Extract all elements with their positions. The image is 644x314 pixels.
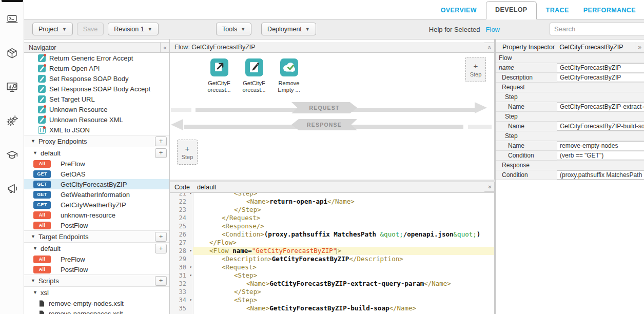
code-line-content[interactable]: <Name>GetCityForecastByZIP-build-soap</N… xyxy=(193,304,494,312)
code-line-content[interactable]: <Flow name="GetCityForecastByZIP"> xyxy=(193,247,494,255)
tools-menu-button[interactable]: Tools▼ xyxy=(216,23,251,35)
line-number[interactable]: 33 xyxy=(170,288,193,296)
fold-arrow-icon[interactable]: ▾ xyxy=(189,263,192,271)
nav-flow-getweatherinformation[interactable]: GETGetWeatherInformation xyxy=(24,189,169,200)
tab-trace[interactable]: TRACE xyxy=(539,2,576,19)
nav-flow-preflow[interactable]: AllPreFlow xyxy=(24,159,169,169)
nav-group-xsl[interactable]: ▼xsl xyxy=(24,287,169,298)
collapse-navigator-icon[interactable]: « xyxy=(160,43,169,52)
nav-flow-postflow[interactable]: AllPostFlow xyxy=(24,220,169,230)
nav-flow-getoas[interactable]: GETGetOAS xyxy=(24,169,169,179)
nav-group-default[interactable]: ▼default+ xyxy=(24,243,169,254)
line-number[interactable]: 21▾ xyxy=(170,193,193,198)
code-line-content[interactable]: </Step> xyxy=(193,288,494,296)
flow-step-remove-empty[interactable]: RemoveEmpty ... xyxy=(275,58,303,93)
code-line-content[interactable]: <Condition>(proxy.pathsuffix MatchesPath… xyxy=(193,230,494,239)
add-default-button[interactable]: + xyxy=(155,244,167,253)
nav-policy-xml-to-json[interactable]: ( )XML to JSON xyxy=(24,125,169,135)
nav-policy-return-open-api[interactable]: Return Open API xyxy=(24,63,169,73)
code-line-content[interactable]: </Flow> xyxy=(193,239,494,247)
line-number[interactable]: 28▾ xyxy=(170,247,193,255)
line-number[interactable]: 34▾ xyxy=(170,296,193,304)
property-value-field[interactable]: (verb == "GET") xyxy=(557,151,644,160)
save-button[interactable]: Save xyxy=(77,23,104,35)
nav-policy-unknown-resource[interactable]: Unknown Resource xyxy=(24,104,169,114)
graduation-cap-icon[interactable] xyxy=(5,148,19,162)
analytics-icon[interactable] xyxy=(5,80,19,94)
line-number[interactable]: 26 xyxy=(170,230,193,239)
code-editor[interactable]: 21▾<Step>22<Name>return-open-api</Name>2… xyxy=(170,193,494,314)
nav-group-default[interactable]: ▼default+ xyxy=(24,147,169,159)
flow-step-getcityf-orecast[interactable]: GetCityForecast... xyxy=(205,58,233,93)
line-number[interactable]: 25 xyxy=(170,222,193,230)
flow-step-getcityf-orecast[interactable]: GetCityForecast... xyxy=(240,58,268,93)
nav-flow-getcityweatherbyzip[interactable]: GETGetCityWeatherByZIP xyxy=(24,200,169,210)
line-number[interactable]: 29 xyxy=(170,255,193,263)
gears-icon[interactable] xyxy=(5,114,19,128)
add-step-button-response[interactable]: + Step xyxy=(177,140,198,165)
line-number[interactable]: 32 xyxy=(170,280,193,288)
collapse-inspector-icon[interactable]: » xyxy=(635,42,644,52)
project-menu-button[interactable]: Project▼ xyxy=(32,23,73,35)
collapse-flow-panel-icon[interactable]: « xyxy=(484,43,495,52)
nav-policy-return-generic-error-accept[interactable]: Return Generic Error Accept xyxy=(24,53,169,63)
code-line-content[interactable]: <Name>GetCityForecastByZIP-extract-query… xyxy=(193,280,494,288)
revision-menu-button[interactable]: Revision 1▼ xyxy=(108,23,158,35)
megaphone-icon[interactable] xyxy=(5,182,19,195)
nav-file-remove-empty-nodes-xslt[interactable]: remove-empty-nodes.xslt xyxy=(24,298,169,308)
line-number[interactable]: 35 xyxy=(170,304,193,312)
search-input[interactable] xyxy=(550,23,644,35)
nav-policy-unknown-resource-xml[interactable]: Unknown Resource XML xyxy=(24,114,169,125)
tab-performance[interactable]: PERFORMANCE xyxy=(576,2,643,19)
line-number[interactable]: 24 xyxy=(170,214,193,222)
line-number[interactable]: 30▾ xyxy=(170,263,193,271)
nav-section-proxy-endpoints[interactable]: ▼Proxy Endpoints+ xyxy=(24,135,169,147)
code-line-content[interactable]: <Name>return-open-api</Name> xyxy=(193,198,494,206)
add-target-endpoints-button[interactable]: + xyxy=(155,232,167,242)
line-number[interactable]: 23 xyxy=(170,206,193,214)
fold-arrow-icon[interactable]: ▾ xyxy=(189,271,192,280)
property-value-field[interactable]: GetCityForecastByZIP xyxy=(557,73,644,82)
code-line-content[interactable]: <Step> xyxy=(193,271,494,280)
code-line-content[interactable]: <Description>GetCityForecastByZIP</Descr… xyxy=(193,255,494,263)
add-scripts-button[interactable]: + xyxy=(155,276,167,286)
nav-policy-set-target-url[interactable]: Set Target URL xyxy=(24,94,169,104)
property-value-field[interactable]: GetCityForecastByZIP-extract-query-param xyxy=(557,102,644,111)
code-line-content[interactable]: </Step> xyxy=(193,206,494,214)
nav-flow-postflow[interactable]: AllPostFlow xyxy=(24,264,169,274)
help-flow-link[interactable]: Flow xyxy=(486,26,500,33)
tab-develop[interactable]: DEVELOP xyxy=(486,1,537,19)
line-number[interactable]: 27 xyxy=(170,239,193,247)
line-number[interactable]: 22 xyxy=(170,198,193,206)
package-icon[interactable] xyxy=(5,46,19,60)
nav-policy-set-response-soap-body[interactable]: Set Response SOAP Body xyxy=(24,73,169,84)
fold-arrow-icon[interactable]: ▾ xyxy=(189,296,192,304)
terminal-icon[interactable] xyxy=(5,12,19,26)
code-line-content[interactable]: <Request> xyxy=(193,263,494,271)
code-line-content[interactable]: </Request> xyxy=(193,214,494,222)
collapse-code-panel-icon[interactable]: « xyxy=(484,183,495,192)
add-default-button[interactable]: + xyxy=(155,148,167,158)
nav-section-scripts[interactable]: ▼Scripts+ xyxy=(24,274,169,287)
code-line-content[interactable]: <Step> xyxy=(193,193,494,198)
nav-section-target-endpoints[interactable]: ▼Target Endpoints+ xyxy=(24,230,169,243)
add-proxy-endpoints-button[interactable]: + xyxy=(155,136,167,146)
nav-flow-getcityforecastbyzip[interactable]: GETGetCityForecastByZIP xyxy=(24,179,169,189)
line-number[interactable]: 31▾ xyxy=(170,271,193,280)
nav-file-remove-namespaces-xslt[interactable]: remove-namespaces.xslt xyxy=(24,308,169,314)
flow-label: GetCityWeatherByZIP xyxy=(61,201,169,209)
code-line-content[interactable]: <Step> xyxy=(193,296,494,304)
fold-arrow-icon[interactable]: ▾ xyxy=(189,193,192,198)
property-value-field[interactable]: (proxy.pathsuffix MatchesPath "/c xyxy=(557,170,644,180)
fold-arrow-icon[interactable]: ▾ xyxy=(189,247,192,255)
add-step-button-request[interactable]: + Step xyxy=(465,57,486,82)
nav-policy-set-response-soap-body-accept[interactable]: Set Response SOAP Body Accept xyxy=(24,84,169,94)
property-value-field[interactable]: remove-empty-nodes xyxy=(557,141,644,150)
property-value-field[interactable]: GetCityForecastByZIP xyxy=(557,63,644,72)
deployment-menu-button[interactable]: Deployment▼ xyxy=(261,23,316,35)
property-value-field[interactable]: GetCityForecastByZIP-build-soap xyxy=(557,122,644,131)
nav-flow-unknown-resource[interactable]: Allunknown-resource xyxy=(24,210,169,220)
tab-overview[interactable]: OVERVIEW xyxy=(434,2,484,19)
code-line-content[interactable]: <Response/> xyxy=(193,222,494,230)
nav-flow-preflow[interactable]: AllPreFlow xyxy=(24,254,169,264)
